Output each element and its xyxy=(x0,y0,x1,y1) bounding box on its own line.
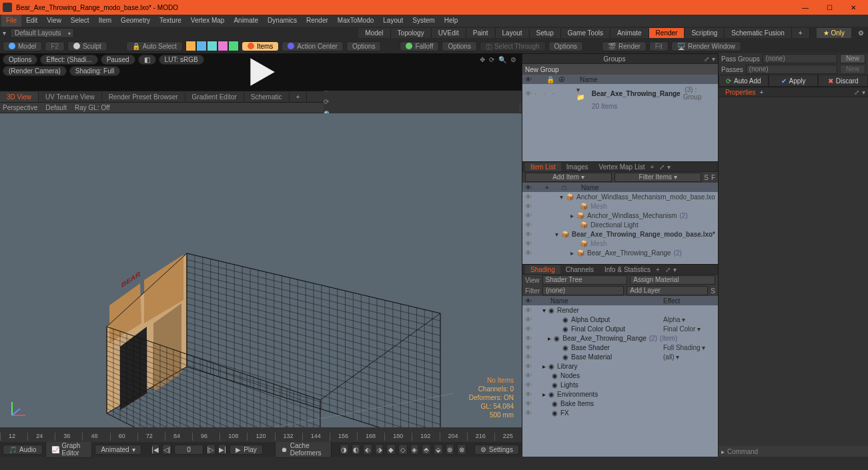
key-e-icon[interactable]: ◈ xyxy=(410,444,420,455)
orbit-icon[interactable]: ⟳ xyxy=(324,98,519,105)
menu-help[interactable]: Help xyxy=(440,15,463,27)
timeline[interactable]: 1224364860728496108120132144156168180192… xyxy=(0,427,522,442)
popout-icon[interactable]: ⤢ xyxy=(704,55,709,63)
shader-row[interactable]: 👁◉ Nodes xyxy=(522,371,718,380)
menu-maxtomodo[interactable]: MaxToModo xyxy=(333,15,378,27)
animated-select[interactable]: Animated ▾ xyxy=(95,445,141,455)
shader-row[interactable]: 👁◉ Bake Items xyxy=(522,399,718,408)
audio-button[interactable]: 🎵 Audio xyxy=(3,445,43,455)
render-effect[interactable]: Effect: (Shadi... xyxy=(40,55,97,65)
layout-tab-uvedit[interactable]: UVEdit xyxy=(432,28,466,38)
item-row[interactable]: 👁▸ 📦 Anchor_Windlass_Mechanism (2) xyxy=(522,211,718,220)
mode-f2[interactable]: F2 xyxy=(45,41,65,51)
item-row[interactable]: 👁📦 Directional Light xyxy=(522,220,718,229)
menu-edit[interactable]: Edit xyxy=(21,15,42,27)
quick-caret[interactable]: ▾ xyxy=(0,29,9,37)
options-3[interactable]: Options xyxy=(548,41,583,51)
render-lut[interactable]: LUT: sRGB xyxy=(159,55,204,65)
select-through[interactable]: ◫Select Through xyxy=(480,41,546,51)
menu-item[interactable]: Item xyxy=(94,15,116,27)
shader-row[interactable]: 👁▸ ◉ Bear_Axe_Throwing_Range (2) (Item) xyxy=(522,333,718,343)
key-b-icon[interactable]: ⬗ xyxy=(375,444,384,455)
add-tab-icon[interactable]: + xyxy=(760,89,764,96)
render-bucket-icon[interactable]: ◧ xyxy=(138,55,156,65)
mode-model[interactable]: Model xyxy=(3,41,42,51)
graph-editor-button[interactable]: 📈 Graph Editor xyxy=(45,441,93,458)
shader-row[interactable]: 👁◉ Lights xyxy=(522,380,718,389)
auto-add-button[interactable]: ⟳Auto Add xyxy=(719,75,769,87)
layout-tab-animate[interactable]: Animate xyxy=(610,28,649,38)
falloff[interactable]: Falloff xyxy=(400,41,439,51)
window-maximize[interactable]: ☐ xyxy=(817,0,841,15)
panel-tab-channels[interactable]: Channels xyxy=(560,265,599,274)
add-tab-icon[interactable]: + xyxy=(656,266,660,273)
passes-select[interactable]: (none) xyxy=(746,65,837,74)
key-d-icon[interactable]: ◇ xyxy=(398,444,408,455)
step-next-icon[interactable]: |▷ xyxy=(206,444,215,455)
layout-tab-topology[interactable]: Topology xyxy=(391,28,432,38)
move-icon[interactable]: ✥ xyxy=(480,56,485,63)
panel-tab-vertex-map-list[interactable]: Vertex Map List xyxy=(594,163,650,171)
filter-select[interactable]: (none) xyxy=(542,286,624,295)
viewtab-add[interactable]: + xyxy=(290,92,308,102)
new-passgroup[interactable]: New xyxy=(840,54,865,63)
viewtab-render-preset-browser[interactable]: Render Preset Browser xyxy=(102,92,185,102)
settings-button[interactable]: ⚙ Settings xyxy=(474,445,519,455)
popout-icon[interactable]: ⤢ xyxy=(659,163,665,171)
apply-button[interactable]: ✔Apply xyxy=(769,75,819,87)
collapse-icon[interactable]: ▾ xyxy=(712,55,715,63)
key-h-icon[interactable]: ⊕ xyxy=(446,444,455,455)
vis-icon[interactable]: 👁 xyxy=(525,76,532,83)
key-f-icon[interactable]: ⬘ xyxy=(422,444,431,455)
add-tab-icon[interactable]: + xyxy=(650,163,655,171)
add-item-select[interactable]: Add Item ▾ xyxy=(525,173,612,182)
shader-row[interactable]: 👁◉ Base Material(all) ▾ xyxy=(522,352,718,361)
key-g-icon[interactable]: ⬙ xyxy=(434,444,443,455)
menu-vertex-map[interactable]: Vertex Map xyxy=(186,15,230,27)
layout-tab-schematic-fusion[interactable]: Schematic Fusion xyxy=(725,28,791,38)
menu-dynamics[interactable]: Dynamics xyxy=(263,15,302,27)
cache-deformers[interactable]: ⏺ Cache Deformers xyxy=(275,441,332,458)
pass-groups-select[interactable]: (none) xyxy=(763,54,837,63)
item-row[interactable]: 👁▾ 📦 Anchor_Windlass_Mechanism_modo_base… xyxy=(522,192,718,201)
render-shading[interactable]: Shading: Full xyxy=(69,66,120,76)
key-all-icon[interactable]: ◑ xyxy=(340,444,349,455)
render-options[interactable]: Options xyxy=(3,55,37,65)
action-center[interactable]: Action Center xyxy=(282,41,344,51)
panel-tab-info-&-statistics[interactable]: Info & Statistics xyxy=(599,265,656,274)
render-camera[interactable]: (Render Camera) xyxy=(3,66,67,76)
key-c-icon[interactable]: ◆ xyxy=(386,444,396,455)
go-end-icon[interactable]: ▶| xyxy=(218,444,228,455)
viewport-3d[interactable]: BEAR (function(){ xyxy=(0,113,522,427)
shader-row[interactable]: 👁◉ Final Color OutputFinal Color ▾ xyxy=(522,324,718,333)
layout-tab-setup[interactable]: Setup xyxy=(530,28,561,38)
step-prev-icon[interactable]: ◁| xyxy=(162,444,171,455)
go-start-icon[interactable]: |◀ xyxy=(151,444,160,455)
collapse-icon[interactable]: ▾ xyxy=(862,89,865,96)
window-close[interactable]: ✕ xyxy=(841,0,865,15)
play-preview-icon[interactable] xyxy=(244,55,278,89)
panel-tab-images[interactable]: Images xyxy=(561,163,594,171)
render-button[interactable]: 🎬Render xyxy=(602,41,646,51)
item-row[interactable]: 👁▾ 📦 Bear_Axe_Throwing_Range_modo_base.l… xyxy=(522,229,718,239)
popout-icon[interactable]: ⤢ xyxy=(665,266,671,273)
layout-tab-scripting[interactable]: Scripting xyxy=(685,28,725,38)
refresh-icon[interactable]: ⟳ xyxy=(489,56,494,63)
shader-row[interactable]: 👁◉ Base ShaderFull Shading ▾ xyxy=(522,343,718,352)
panel-tab-shading[interactable]: Shading xyxy=(525,265,560,274)
shader-row[interactable]: 👁▸ ◉ Environments xyxy=(522,389,718,399)
view-perspective[interactable]: Perspective xyxy=(3,104,37,111)
component-swatches[interactable] xyxy=(185,41,239,51)
render-window[interactable]: 🖥️Render Window xyxy=(671,41,741,51)
shader-row[interactable]: 👁◉ Alpha OutputAlpha ▾ xyxy=(522,315,718,324)
key-i-icon[interactable]: ⊗ xyxy=(457,444,466,455)
item-row[interactable]: 👁📦 Mesh xyxy=(522,239,718,248)
options-2[interactable]: Options xyxy=(442,41,476,51)
menu-layout[interactable]: Layout xyxy=(378,15,408,27)
viewtab-gradient-editor[interactable]: Gradient Editor xyxy=(185,92,244,102)
menu-select[interactable]: Select xyxy=(66,15,94,27)
add-layer-select[interactable]: Add Layer xyxy=(626,286,708,295)
new-pass[interactable]: New xyxy=(840,65,865,74)
menu-texture[interactable]: Texture xyxy=(155,15,186,27)
new-group-button[interactable]: New Group xyxy=(525,66,559,73)
